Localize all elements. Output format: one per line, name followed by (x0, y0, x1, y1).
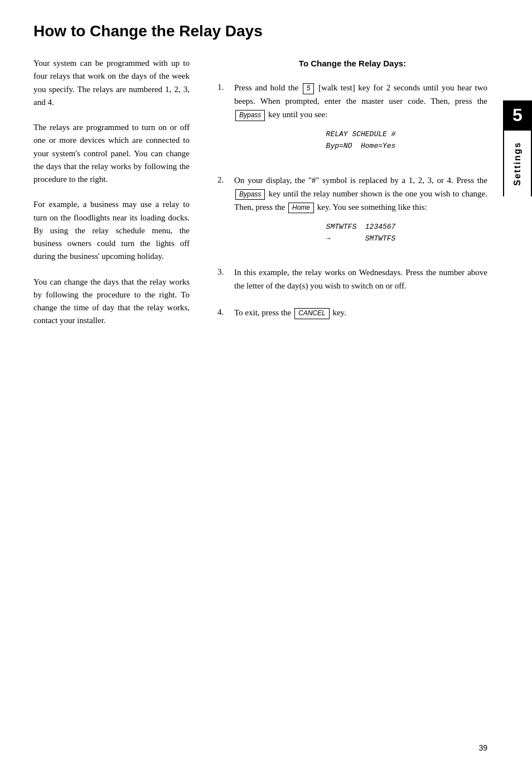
step-2-key2: Home (288, 203, 314, 214)
step-1-text-after-key2: key until you see: (266, 110, 327, 119)
step-3: 3. In this example, the relay works on W… (217, 266, 487, 292)
step-1-display: RELAY SCHEDULE # Byp=NO Home=Yes (234, 129, 487, 152)
step-4-key1: CANCEL (294, 308, 330, 319)
left-para-1: Your system can be programmed with up to… (33, 57, 190, 109)
page-number: 39 (478, 743, 487, 752)
step-1-display-line2: Byp=NO Home=Yes (234, 141, 487, 152)
step-4-text: To exit, press the CANCEL key. (234, 306, 487, 319)
step-1-key2: Bypass (235, 110, 265, 121)
step-2-text: On your display, the "#" symbol is repla… (234, 174, 487, 253)
left-para-3: For example, a business may use a relay … (33, 198, 190, 263)
step-2-display-line1: SMTWTFS 1234567 (234, 222, 487, 233)
step-2-key1: Bypass (235, 189, 265, 200)
step-4-number: 4. (217, 306, 234, 319)
content-area: Your system can be programmed with up to… (0, 57, 532, 340)
right-column-title: To Change the Relay Days: (217, 57, 487, 70)
step-1-text-before-key1: Press and hold the (234, 83, 302, 92)
step-4: 4. To exit, press the CANCEL key. (217, 306, 487, 319)
page-title: How to Change the Relay Days (33, 22, 465, 40)
left-para-2: The relays are programmed to turn on or … (33, 121, 190, 186)
step-2-number: 2. (217, 174, 234, 186)
steps-list: 1. Press and hold the 5 [walk test] key … (217, 81, 487, 319)
step-4-text-after-key1: key. (331, 308, 346, 317)
step-1: 1. Press and hold the 5 [walk test] key … (217, 81, 487, 160)
page-container: How to Change the Relay Days Your system… (0, 0, 532, 769)
step-4-text-before-key1: To exit, press the (234, 308, 293, 317)
left-para-4: You can change the days that the relay w… (33, 276, 190, 328)
right-column: To Change the Relay Days: 1. Press and h… (201, 57, 532, 340)
step-2: 2. On your display, the "#" symbol is re… (217, 174, 487, 253)
step-3-number: 3. (217, 266, 234, 278)
tab-number: 5 (503, 100, 532, 129)
step-2-text-after-key2: key. You see something like this: (315, 203, 427, 212)
tab-label: Settings (503, 129, 532, 196)
step-3-text: In this example, the relay works on Wedn… (234, 266, 487, 292)
step-1-number: 1. (217, 81, 234, 94)
step-2-display: SMTWTFS 1234567 → SMTWTFS (234, 222, 487, 245)
side-tab: 5 Settings (503, 100, 532, 196)
step-2-text-before-key1: On your display, the "#" symbol is repla… (234, 176, 487, 185)
left-column: Your system can be programmed with up to… (0, 57, 201, 340)
step-1-text: Press and hold the 5 [walk test] key for… (234, 81, 487, 160)
step-1-display-line1: RELAY SCHEDULE # (234, 129, 487, 141)
step-1-key1: 5 (303, 83, 315, 94)
step-2-display-line2: → SMTWTFS (234, 233, 487, 245)
